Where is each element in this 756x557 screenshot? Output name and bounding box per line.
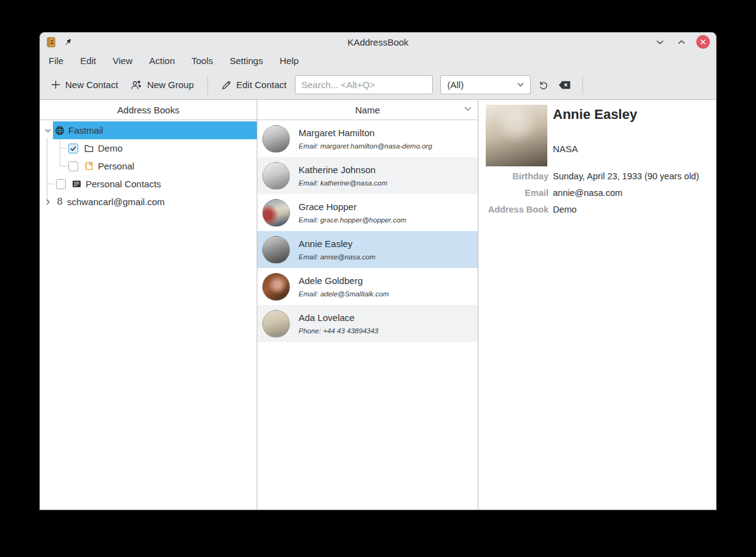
expand-expander-icon[interactable]	[44, 199, 52, 205]
contact-detail: Email: annie@nasa.com	[299, 253, 376, 261]
undo-search-button[interactable]	[536, 77, 552, 93]
google-account-icon: 8	[56, 197, 63, 207]
contact-details-panel: Annie Easley NASA Birthday Sunday, April…	[478, 100, 716, 510]
category-filter-value: (All)	[447, 79, 513, 90]
contact-avatar	[262, 199, 290, 227]
globe-icon	[55, 126, 65, 136]
address-books-header: Address Books	[40, 100, 257, 120]
sidebar-item-label: Personal Contacts	[86, 179, 161, 189]
new-contact-label: New Contact	[65, 79, 118, 90]
contact-avatar	[262, 125, 290, 153]
contact-name: Ada Lovelace	[299, 312, 379, 323]
demo-checkbox[interactable]	[68, 144, 78, 153]
contact-detail: Email: katherine@nasa.com	[299, 179, 387, 187]
sidebar-item-personal-contacts[interactable]: Personal Contacts	[40, 175, 257, 193]
pencil-icon	[222, 80, 231, 90]
contact-list-panel: Name Margaret Hamilton Email: margaret.h…	[257, 100, 478, 510]
sidebar-item-label: Demo	[98, 143, 123, 153]
contact-detail: Phone: +44 43 43894343	[299, 327, 379, 335]
contact-photo	[486, 105, 547, 166]
app-icon[interactable]	[46, 37, 56, 47]
folder-icon	[84, 144, 94, 153]
address-books-tree: Fastmail Demo Personal	[40, 120, 257, 211]
category-filter-dropdown[interactable]: (All)	[440, 75, 531, 94]
group-icon	[131, 80, 142, 90]
new-group-label: New Group	[147, 79, 194, 90]
kaddressbook-window: KAddressBook File Edit View Action Tools…	[39, 32, 717, 510]
contact-name: Annie Easley	[299, 238, 376, 249]
new-group-button[interactable]: New Group	[127, 77, 198, 92]
contact-name: Margaret Hamilton	[299, 128, 432, 138]
name-column-header[interactable]: Name	[257, 100, 478, 120]
edit-contact-label: Edit Contact	[236, 79, 287, 90]
sidebar-item-label: Personal	[98, 161, 134, 171]
sort-chevron-icon	[464, 107, 472, 111]
contacts-directory-icon	[71, 179, 81, 189]
contact-row-annie-easley[interactable]: Annie Easley Email: annie@nasa.com	[257, 231, 478, 268]
menu-tools[interactable]: Tools	[191, 54, 214, 67]
contact-detail: Email: adele@Smalltalk.com	[299, 290, 389, 298]
field-label: Birthday	[478, 171, 549, 182]
contact-detail: Email: grace.hopper@hopper.com	[299, 216, 406, 224]
contact-avatar	[262, 310, 290, 338]
sidebar-item-label: schwancarl@gmail.com	[67, 197, 165, 207]
toolbar-separator	[207, 76, 208, 94]
contact-organization: NASA	[553, 144, 578, 154]
field-row-email: Email annie@nasa.com	[478, 187, 710, 199]
minimize-button[interactable]	[653, 35, 667, 49]
chevron-down-icon	[517, 83, 524, 87]
sidebar-item-demo[interactable]: Demo	[40, 139, 257, 157]
address-books-panel: Address Books Fastmail	[40, 100, 257, 510]
field-label: Email	[478, 187, 549, 199]
collapse-expander-icon[interactable]	[44, 129, 52, 132]
personal-checkbox[interactable]	[68, 161, 78, 171]
backspace-clear-icon	[558, 81, 571, 89]
contact-row-grace-hopper[interactable]: Grace Hopper Email: grace.hopper@hopper.…	[257, 194, 478, 231]
personal-contacts-checkbox[interactable]	[56, 179, 66, 189]
sidebar-item-personal[interactable]: Personal	[40, 157, 257, 175]
menubar: File Edit View Action Tools Settings Hel…	[40, 51, 716, 70]
field-row-address-book: Address Book Demo	[478, 204, 710, 216]
sidebar-item-fastmail[interactable]: Fastmail	[40, 121, 257, 139]
contact-avatar	[262, 236, 290, 264]
menu-view[interactable]: View	[112, 54, 133, 67]
contact-row-ada-lovelace[interactable]: Ada Lovelace Phone: +44 43 43894343	[257, 305, 478, 342]
search-input[interactable]	[295, 75, 433, 94]
menu-file[interactable]: File	[48, 54, 64, 67]
maximize-button[interactable]	[675, 35, 688, 49]
toolbar: New Contact New Group Edit Contact (All)	[40, 70, 716, 99]
contact-name: Adele Goldberg	[299, 275, 389, 286]
new-contact-button[interactable]: New Contact	[47, 77, 122, 92]
titlebar[interactable]: KAddressBook	[40, 33, 716, 51]
contact-fields: Birthday Sunday, April 23, 1933 (90 year…	[478, 171, 710, 221]
toolbar-separator	[582, 76, 583, 94]
field-value: Sunday, April 23, 1933 (90 years old)	[553, 171, 699, 182]
edit-contact-button[interactable]: Edit Contact	[218, 77, 291, 92]
sidebar-item-label: Fastmail	[68, 125, 103, 136]
contact-row-katherine-johnson[interactable]: Katherine Johnson Email: katherine@nasa.…	[257, 157, 478, 194]
field-value: Demo	[553, 204, 577, 216]
menu-action[interactable]: Action	[148, 54, 175, 67]
undo-icon	[539, 80, 549, 90]
contact-name: Grace Hopper	[299, 201, 406, 212]
menu-settings[interactable]: Settings	[229, 54, 263, 67]
sidebar-item-gmail-account[interactable]: 8 schwancarl@gmail.com	[40, 193, 257, 211]
contact-detail: Email: margaret.hamilton@nasa-demo.org	[299, 142, 432, 150]
contact-avatar	[262, 162, 290, 190]
close-button[interactable]	[696, 35, 710, 49]
field-value[interactable]: annie@nasa.com	[553, 187, 622, 199]
name-column-label: Name	[355, 105, 380, 115]
clear-search-button[interactable]	[557, 77, 573, 93]
menu-help[interactable]: Help	[279, 54, 299, 67]
menu-edit[interactable]: Edit	[79, 54, 97, 67]
pin-icon[interactable]	[63, 38, 73, 47]
contact-detail-name: Annie Easley	[553, 107, 637, 123]
field-label: Address Book	[478, 204, 549, 216]
plus-icon	[51, 80, 60, 89]
contact-name: Katherine Johnson	[299, 165, 387, 175]
window-title: KAddressBook	[40, 37, 716, 47]
contact-row-adele-goldberg[interactable]: Adele Goldberg Email: adele@Smalltalk.co…	[257, 268, 478, 305]
contact-row-margaret-hamilton[interactable]: Margaret Hamilton Email: margaret.hamilt…	[257, 120, 478, 157]
field-row-birthday: Birthday Sunday, April 23, 1933 (90 year…	[478, 171, 710, 182]
contact-avatar	[262, 273, 290, 301]
